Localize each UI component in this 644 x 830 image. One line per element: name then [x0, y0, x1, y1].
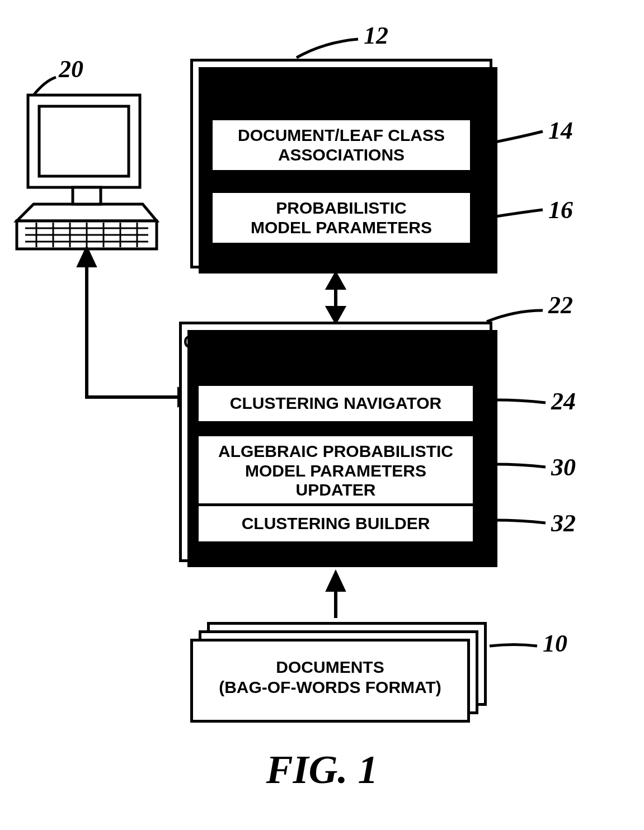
- svg-rect-3: [17, 221, 157, 249]
- figure-caption: FIG. 1: [0, 747, 644, 793]
- svg-marker-18: [328, 573, 344, 590]
- ref-22: 22: [548, 291, 573, 319]
- algebraic-line2: MODEL PARAMETERS UPDATER: [203, 461, 468, 500]
- associations-line1: DOCUMENT/LEAF CLASS: [217, 126, 466, 145]
- documents-line1: DOCUMENTS: [193, 657, 467, 677]
- hierarchy-title: HIERARCHY OF CLASSES: [193, 62, 490, 91]
- probabilistic-params-box: PROBABILISTIC MODEL PARAMETERS: [210, 190, 473, 246]
- svg-marker-19: [79, 249, 95, 266]
- ref-20: 20: [59, 55, 83, 83]
- ref-24: 24: [551, 387, 576, 416]
- algebraic-line1: ALGEBRAIC PROBABILISTIC: [203, 442, 468, 461]
- clustering-navigator-box: CLUSTERING NAVIGATOR: [196, 383, 476, 424]
- prob-params-line1: PROBABILISTIC: [217, 199, 466, 218]
- ref-12: 12: [364, 21, 388, 50]
- clustering-processor-box: CLUSTERING SYSTEM PROCESSOR CLUSTERING N…: [179, 322, 492, 562]
- svg-marker-16: [328, 308, 344, 322]
- clustering-builder-box: CLUSTERING BUILDER: [196, 503, 476, 544]
- clustering-navigator-label: CLUSTERING NAVIGATOR: [230, 394, 441, 412]
- ref-14: 14: [548, 116, 573, 145]
- ref-30: 30: [551, 453, 576, 482]
- ref-32: 32: [551, 509, 576, 537]
- documents-line2: (BAG-OF-WORDS FORMAT): [193, 677, 467, 697]
- clustering-processor-title: CLUSTERING SYSTEM PROCESSOR: [182, 324, 490, 352]
- associations-line2: ASSOCIATIONS: [217, 145, 466, 165]
- clustering-builder-label: CLUSTERING BUILDER: [242, 514, 430, 532]
- doc-leaf-associations-box: DOCUMENT/LEAF CLASS ASSOCIATIONS: [210, 117, 473, 173]
- svg-marker-15: [328, 274, 344, 288]
- ref-10: 10: [543, 629, 567, 658]
- algebraic-updater-box: ALGEBRAIC PROBABILISTIC MODEL PARAMETERS…: [196, 433, 476, 508]
- prob-params-line2: MODEL PARAMETERS: [217, 218, 466, 238]
- svg-rect-2: [73, 187, 101, 204]
- ref-16: 16: [548, 196, 573, 224]
- svg-rect-0: [28, 95, 140, 187]
- hierarchy-of-classes-box: HIERARCHY OF CLASSES DOCUMENT/LEAF CLASS…: [190, 59, 492, 268]
- svg-rect-1: [39, 106, 129, 176]
- computer-icon: [17, 95, 157, 249]
- documents-box: DOCUMENTS (BAG-OF-WORDS FORMAT): [190, 639, 470, 723]
